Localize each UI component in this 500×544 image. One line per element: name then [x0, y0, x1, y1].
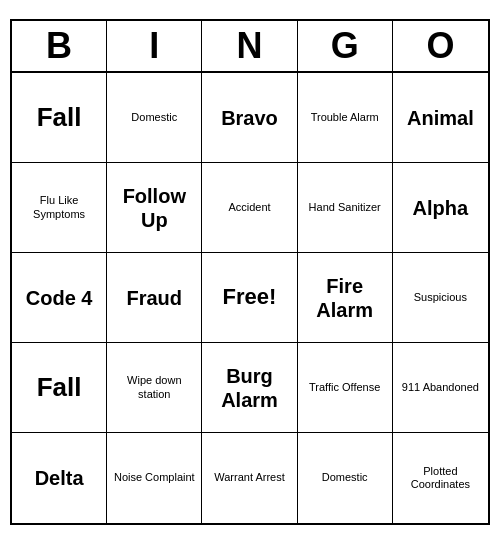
- header-letter-i: I: [107, 21, 202, 71]
- bingo-cell-r1-c2[interactable]: Accident: [202, 163, 297, 253]
- bingo-cell-r4-c1[interactable]: Noise Complaint: [107, 433, 202, 523]
- bingo-cell-r2-c2[interactable]: Free!: [202, 253, 297, 343]
- bingo-cell-r4-c3[interactable]: Domestic: [298, 433, 393, 523]
- bingo-cell-r4-c4[interactable]: Plotted Coordinates: [393, 433, 488, 523]
- bingo-header: BINGO: [12, 21, 488, 73]
- bingo-cell-r3-c2[interactable]: Burg Alarm: [202, 343, 297, 433]
- bingo-cell-r2-c1[interactable]: Fraud: [107, 253, 202, 343]
- bingo-grid: FallDomesticBravoTrouble AlarmAnimalFlu …: [12, 73, 488, 523]
- header-letter-g: G: [298, 21, 393, 71]
- bingo-cell-r0-c1[interactable]: Domestic: [107, 73, 202, 163]
- bingo-cell-r0-c4[interactable]: Animal: [393, 73, 488, 163]
- header-letter-o: O: [393, 21, 488, 71]
- bingo-cell-r2-c3[interactable]: Fire Alarm: [298, 253, 393, 343]
- bingo-cell-r1-c3[interactable]: Hand Sanitizer: [298, 163, 393, 253]
- header-letter-n: N: [202, 21, 297, 71]
- bingo-cell-r2-c4[interactable]: Suspicious: [393, 253, 488, 343]
- bingo-cell-r3-c0[interactable]: Fall: [12, 343, 107, 433]
- bingo-card: BINGO FallDomesticBravoTrouble AlarmAnim…: [10, 19, 490, 525]
- bingo-cell-r4-c2[interactable]: Warrant Arrest: [202, 433, 297, 523]
- bingo-cell-r4-c0[interactable]: Delta: [12, 433, 107, 523]
- bingo-cell-r3-c1[interactable]: Wipe down station: [107, 343, 202, 433]
- bingo-cell-r3-c3[interactable]: Traffic Offense: [298, 343, 393, 433]
- bingo-cell-r2-c0[interactable]: Code 4: [12, 253, 107, 343]
- header-letter-b: B: [12, 21, 107, 71]
- bingo-cell-r3-c4[interactable]: 911 Abandoned: [393, 343, 488, 433]
- bingo-cell-r0-c3[interactable]: Trouble Alarm: [298, 73, 393, 163]
- bingo-cell-r0-c2[interactable]: Bravo: [202, 73, 297, 163]
- bingo-cell-r0-c0[interactable]: Fall: [12, 73, 107, 163]
- bingo-cell-r1-c0[interactable]: Flu Like Symptoms: [12, 163, 107, 253]
- bingo-cell-r1-c1[interactable]: Follow Up: [107, 163, 202, 253]
- bingo-cell-r1-c4[interactable]: Alpha: [393, 163, 488, 253]
